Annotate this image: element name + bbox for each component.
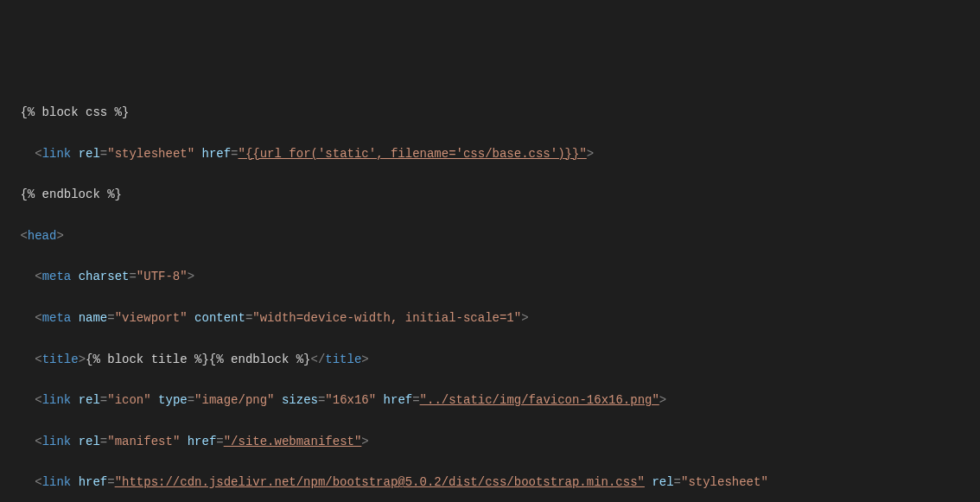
href-url: "/site.webmanifest" bbox=[224, 435, 362, 448]
code-line[interactable]: <title>{% block title %}{% endblock %}</… bbox=[13, 350, 980, 371]
code-editor[interactable]: {% block css %} <link rel="stylesheet" h… bbox=[13, 82, 980, 502]
code-line[interactable]: <meta name="viewport" content="width=dev… bbox=[13, 308, 980, 329]
jinja-block: {% endblock %} bbox=[20, 187, 122, 201]
code-line[interactable]: <link rel="manifest" href="/site.webmani… bbox=[13, 432, 980, 453]
href-url: "https://cdn.jsdelivr.net/npm/bootstrap@… bbox=[115, 475, 645, 489]
href-url: "{{url_for('static', filename='css/base.… bbox=[239, 147, 587, 161]
code-line[interactable]: <meta charset="UTF-8"> bbox=[13, 267, 980, 288]
code-line[interactable]: {% block css %} bbox=[13, 103, 980, 124]
href-url: "../static/img/favicon-16x16.png" bbox=[420, 393, 659, 407]
code-line[interactable]: <link rel="icon" type="image/png" sizes=… bbox=[13, 391, 980, 411]
jinja-block: {% block title %}{% endblock %} bbox=[86, 353, 310, 366]
code-line[interactable]: {% endblock %} bbox=[13, 185, 980, 206]
code-line[interactable]: ⌄ <head> bbox=[13, 226, 980, 247]
code-line[interactable]: <link href="https://cdn.jsdelivr.net/npm… bbox=[13, 473, 980, 493]
code-line[interactable]: <link rel="stylesheet" href="{{url_for('… bbox=[13, 144, 980, 165]
jinja-block: {% block css %} bbox=[20, 105, 129, 119]
